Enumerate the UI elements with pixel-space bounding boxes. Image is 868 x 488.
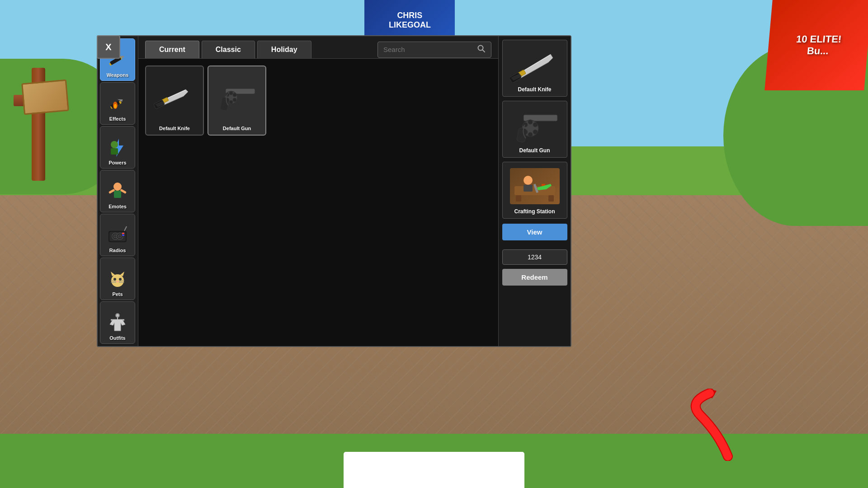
- sidebar-item-effects[interactable]: Effects: [100, 82, 135, 125]
- svg-rect-10: [111, 148, 118, 155]
- redeem-code-input[interactable]: [502, 249, 567, 265]
- view-button[interactable]: View: [502, 224, 567, 240]
- sidebar-item-emotes-label: Emotes: [108, 204, 127, 209]
- right-item-knife[interactable]: Default Knife: [502, 40, 567, 97]
- svg-point-9: [111, 141, 118, 148]
- pets-icon: [106, 268, 129, 291]
- svg-rect-71: [516, 195, 521, 202]
- svg-line-23: [124, 226, 127, 231]
- right-panel: Default Knife Default Gun: [498, 36, 571, 346]
- effects-icon: [106, 93, 129, 115]
- svg-rect-12: [114, 191, 121, 198]
- sidebar-item-weapons-label: Weapons: [107, 72, 129, 78]
- svg-point-24: [111, 274, 124, 287]
- svg-marker-38: [161, 89, 188, 105]
- item-card-default-gun[interactable]: Default Gun: [208, 66, 266, 136]
- svg-rect-53: [220, 97, 230, 110]
- svg-rect-72: [548, 195, 554, 202]
- sidebar-item-radios[interactable]: Radios: [100, 214, 135, 256]
- tab-classic[interactable]: Classic: [202, 41, 255, 58]
- red-arrow: [665, 389, 737, 461]
- sidebar-item-outfits[interactable]: Outfits: [100, 301, 135, 344]
- tabs-bar: Current Classic Holiday: [138, 36, 498, 59]
- svg-point-63: [528, 120, 533, 124]
- svg-point-7: [114, 104, 117, 108]
- gun-preview-name: Default Gun: [519, 147, 550, 154]
- inventory-panel: Weapons Effects: [97, 35, 571, 347]
- close-button[interactable]: X: [97, 35, 120, 59]
- search-icon: [477, 45, 486, 55]
- svg-point-48: [233, 93, 236, 97]
- crafting-preview-name: Crafting Station: [514, 208, 555, 215]
- crafting-icon: [508, 166, 562, 206]
- gun-icon-area: [208, 66, 265, 126]
- blue-sign: CHRIS LIKEGOAL: [364, 0, 455, 41]
- svg-point-49: [233, 98, 236, 102]
- item-card-default-knife[interactable]: Default Knife: [145, 66, 204, 136]
- sidebar: Weapons Effects: [98, 36, 138, 346]
- knife-preview-name: Default Knife: [518, 86, 551, 93]
- red-sign-line1: 10 ELITE!: [796, 33, 842, 45]
- svg-point-28: [119, 278, 122, 281]
- powers-icon: [106, 136, 129, 159]
- items-grid: Default Knife: [138, 59, 498, 346]
- svg-point-66: [528, 132, 533, 137]
- svg-point-11: [113, 183, 122, 191]
- svg-point-47: [229, 91, 233, 95]
- svg-point-64: [533, 122, 538, 127]
- svg-point-65: [533, 130, 538, 134]
- gun-preview-icon: [508, 105, 562, 145]
- right-item-crafting[interactable]: Crafting Station: [502, 162, 567, 219]
- svg-point-68: [523, 122, 528, 127]
- svg-point-73: [524, 176, 533, 185]
- svg-point-19: [113, 235, 117, 238]
- sidebar-item-radios-label: Radios: [109, 248, 126, 253]
- svg-point-50: [229, 100, 233, 104]
- sidebar-item-pets-label: Pets: [112, 291, 123, 297]
- sidebar-item-powers-label: Powers: [108, 160, 126, 165]
- svg-rect-69: [516, 128, 527, 143]
- svg-line-37: [483, 50, 485, 52]
- svg-point-34: [116, 314, 119, 317]
- svg-point-29: [117, 281, 118, 282]
- knife-preview-icon: [508, 44, 562, 84]
- search-input[interactable]: [383, 46, 474, 53]
- svg-rect-74: [524, 185, 533, 192]
- svg-point-27: [113, 278, 116, 281]
- blue-sign-line1: CHRIS: [397, 11, 422, 20]
- main-content: Current Classic Holiday: [138, 36, 498, 346]
- sidebar-item-outfits-label: Outfits: [109, 335, 125, 341]
- sidebar-item-effects-label: Effects: [109, 116, 126, 122]
- radios-icon: [106, 224, 129, 247]
- table-bottom: [344, 452, 524, 488]
- redeem-button[interactable]: Redeem: [502, 269, 567, 286]
- svg-rect-22: [122, 235, 124, 236]
- search-box: [377, 42, 491, 58]
- item-name-gun: Default Gun: [223, 126, 251, 131]
- right-item-gun[interactable]: Default Gun: [502, 101, 567, 158]
- outfits-icon: [106, 312, 129, 334]
- item-name-knife: Default Knife: [159, 126, 190, 131]
- blue-sign-line2: LIKEGOAL: [389, 20, 431, 30]
- sidebar-item-powers[interactable]: Powers: [100, 126, 135, 169]
- red-sign: 10 ELITE! Bu...: [764, 0, 868, 90]
- sidebar-item-pets[interactable]: Pets: [100, 258, 135, 300]
- knife-icon-area: [146, 66, 203, 126]
- svg-rect-21: [122, 233, 124, 234]
- sidebar-item-emotes[interactable]: Emotes: [100, 170, 135, 212]
- svg-point-20: [118, 235, 122, 238]
- sign-board: [21, 80, 69, 115]
- red-sign-line2: Bu...: [807, 45, 829, 57]
- tab-holiday[interactable]: Holiday: [257, 41, 311, 58]
- tab-current[interactable]: Current: [145, 41, 199, 58]
- emotes-icon: [106, 180, 129, 203]
